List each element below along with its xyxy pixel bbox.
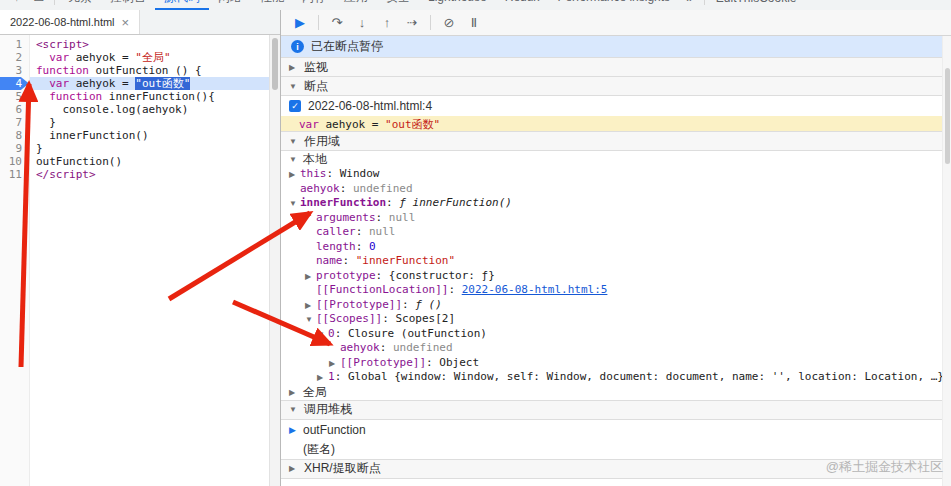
call-stack-frames: ▶outFunction(匿名) — [281, 420, 951, 460]
line-number[interactable]: 7 — [0, 116, 29, 129]
scope-row-prototype[interactable]: ▶[[Prototype]]: ƒ () — [281, 298, 951, 313]
devtools-tab[interactable]: 源代码 — [155, 0, 209, 10]
code-line: console.log(aehyok) — [30, 103, 280, 116]
code-line: } — [30, 116, 280, 129]
toolbar-divider — [704, 0, 705, 5]
chevron-right-icon: ▶ — [289, 63, 298, 72]
devtools-tabs: 元素控制台源代码网络性能内存应用安全LighthouseReduxPerform… — [59, 0, 679, 10]
section-call-stack[interactable]: ▼ 调用堆栈 — [281, 400, 951, 420]
deactivate-breakpoints-button[interactable]: ⊘ — [438, 13, 460, 33]
more-tabs-icon[interactable]: » — [679, 0, 700, 10]
scope-local-label: 本地 — [303, 151, 327, 168]
scope-row-1[interactable]: ▶1: Global {window: Window, self: Window… — [281, 370, 951, 385]
devtools-tab[interactable]: 安全 — [377, 0, 419, 10]
code-line: innerFunction() — [30, 129, 280, 142]
paused-status-bar: i 已在断点暂停 — [281, 36, 951, 58]
code-line: } — [30, 142, 280, 155]
editor-scrollbar[interactable] — [269, 35, 280, 486]
step-over-button[interactable]: ↷ — [326, 13, 348, 33]
line-number[interactable]: 5 — [0, 90, 29, 103]
line-number[interactable]: 6 — [0, 103, 29, 116]
line-number[interactable]: 8 — [0, 129, 29, 142]
file-tab[interactable]: 2022-06-08-html.html × — [0, 10, 140, 34]
close-tab-icon[interactable]: × — [122, 15, 130, 30]
toolbar-divider — [430, 15, 431, 30]
scope-row-arguments[interactable]: arguments: null — [281, 211, 951, 226]
debugger-toolbar: ▶↷↓↑⇢⊘Ⅱ — [281, 10, 951, 36]
line-number[interactable]: 3 — [0, 64, 29, 77]
scope-global-header[interactable]: ▶ 全局 — [281, 385, 951, 401]
section-breakpoints[interactable]: ▼ 断点 — [281, 76, 951, 96]
line-number[interactable]: 9 — [0, 142, 29, 155]
call-stack-frame[interactable]: (匿名) — [281, 440, 951, 460]
scope-row-innerfunction[interactable]: ▼innerFunction: ƒ innerFunction() — [281, 196, 951, 211]
resume-button[interactable]: ▶ — [289, 13, 311, 33]
breakpoint-location: 2022-06-08-html.html:4 — [308, 99, 432, 113]
call-stack-frame[interactable]: ▶outFunction — [281, 420, 951, 440]
chevron-down-icon: ▼ — [289, 405, 298, 414]
watermark: @稀土掘金技术社区 — [826, 458, 943, 476]
chevron-right-icon: ▶ — [289, 464, 298, 473]
devtools-tab[interactable]: 性能 — [251, 0, 293, 10]
scope-local-header[interactable]: ▼ 本地 — [281, 151, 951, 167]
file-tab-title: 2022-06-08-html.html — [10, 16, 115, 28]
section-label: 断点 — [304, 78, 328, 95]
scope-row-aehyok[interactable]: aehyok: undefined — [281, 182, 951, 197]
scope-row-length[interactable]: length: 0 — [281, 240, 951, 255]
step-button[interactable]: ⇢ — [401, 13, 423, 33]
device-toolbar-icon[interactable]: ▭ — [28, 0, 50, 10]
inspect-element-icon[interactable]: ⌖ — [6, 0, 28, 10]
line-number[interactable]: 1 — [0, 38, 29, 51]
scope-row-functionlocation[interactable]: [[FunctionLocation]]: 2022-06-08-html.ht… — [281, 283, 951, 298]
scope-row-name[interactable]: name: "innerFunction" — [281, 254, 951, 269]
devtools-tab-editthiscookie[interactable]: EditThisCookie — [709, 0, 804, 10]
scope-row-scopes[interactable]: ▼[[Scopes]]: Scopes[2] — [281, 312, 951, 327]
pause-on-exceptions-button[interactable]: Ⅱ — [463, 13, 485, 33]
chevron-down-icon: ▼ — [289, 155, 298, 164]
file-tab-bar: 2022-06-08-html.html × — [0, 10, 280, 35]
devtools-tab[interactable]: 网络 — [209, 0, 251, 10]
scope-row-this[interactable]: ▶this: Window — [281, 167, 951, 182]
step-out-button[interactable]: ↑ — [376, 13, 398, 33]
code-line: outFunction() — [30, 155, 280, 168]
sidebar-scrollbar[interactable] — [942, 36, 951, 486]
devtools-tab[interactable]: 控制台 — [101, 0, 155, 10]
line-number[interactable]: 11 — [0, 168, 29, 181]
code-line: function innerFunction(){ — [30, 90, 280, 103]
editor-scrollbar-thumb[interactable] — [272, 38, 278, 90]
devtools-tab[interactable]: Redux — [496, 0, 549, 10]
section-scope[interactable]: ▼ 作用域 — [281, 131, 951, 151]
section-watch[interactable]: ▶ 监视 — [281, 57, 951, 77]
devtools-tab[interactable]: 内存 — [293, 0, 335, 10]
scope-row-prototype[interactable]: ▶[[Prototype]]: Object — [281, 356, 951, 371]
code-lines: <script> var aehyok = "全局"function outFu… — [30, 35, 280, 486]
sources-editor-pane: 2022-06-08-html.html × 1234567891011 <sc… — [0, 10, 281, 486]
toolbar-divider — [54, 0, 55, 5]
scope-row-aehyok[interactable]: aehyok: undefined — [281, 341, 951, 356]
code-editor[interactable]: 1234567891011 <script> var aehyok = "全局"… — [0, 35, 280, 486]
step-into-button[interactable]: ↓ — [351, 13, 373, 33]
devtools-tab[interactable]: Lighthouse — [419, 0, 496, 10]
breakpoint-entry[interactable]: ✓ 2022-06-08-html.html:4 — [281, 96, 951, 116]
breakpoint-line-number[interactable]: 4 — [0, 77, 29, 90]
chevron-right-icon: ▶ — [289, 388, 298, 397]
breakpoint-checkbox[interactable]: ✓ — [289, 100, 301, 112]
scope-row-0[interactable]: ▼0: Closure (outFunction) — [281, 327, 951, 342]
sidebar-scrollbar-thumb[interactable] — [945, 68, 950, 164]
devtools-tab-bar: ⌖ ▭ 元素控制台源代码网络性能内存应用安全LighthouseReduxPer… — [0, 0, 951, 10]
debugger-pane: ▶↷↓↑⇢⊘Ⅱ i 已在断点暂停 ▶ 监视 ▼ 断点 ✓ 2022-06-08-… — [281, 10, 951, 486]
breakpoint-code[interactable]: var aehyok = "out函数" — [281, 116, 951, 132]
line-number[interactable]: 2 — [0, 51, 29, 64]
devtools-window: ⌖ ▭ 元素控制台源代码网络性能内存应用安全LighthouseReduxPer… — [0, 0, 951, 486]
paused-message: 已在断点暂停 — [311, 38, 383, 55]
code-line: </script> — [30, 168, 280, 181]
code-line: var aehyok = "全局" — [30, 51, 280, 64]
scope-row-prototype[interactable]: ▶prototype: {constructor: ƒ} — [281, 269, 951, 284]
line-number[interactable]: 10 — [0, 155, 29, 168]
devtools-tab[interactable]: 应用 — [335, 0, 377, 10]
scope-row-caller[interactable]: caller: null — [281, 225, 951, 240]
toolbar-divider — [318, 15, 319, 30]
info-icon: i — [291, 40, 304, 53]
devtools-tab[interactable]: 元素 — [59, 0, 101, 10]
devtools-tab[interactable]: Performance insights — [548, 0, 679, 10]
